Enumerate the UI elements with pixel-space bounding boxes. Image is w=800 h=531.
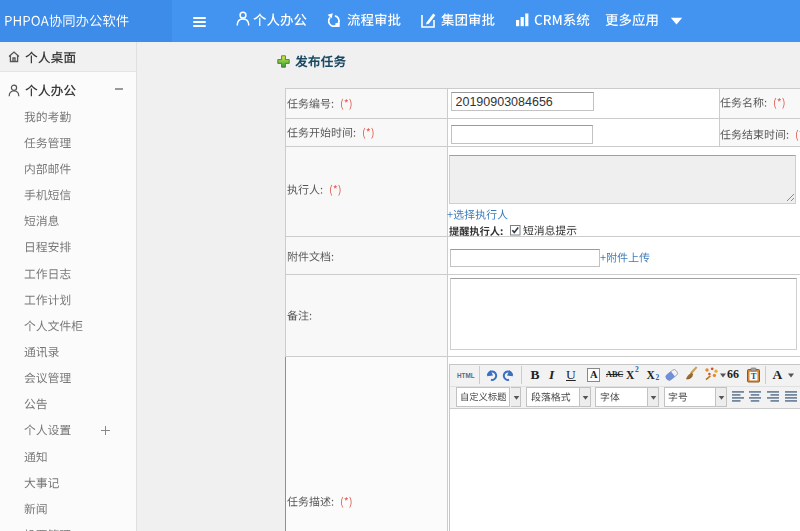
svg-text:T: T	[750, 371, 756, 381]
